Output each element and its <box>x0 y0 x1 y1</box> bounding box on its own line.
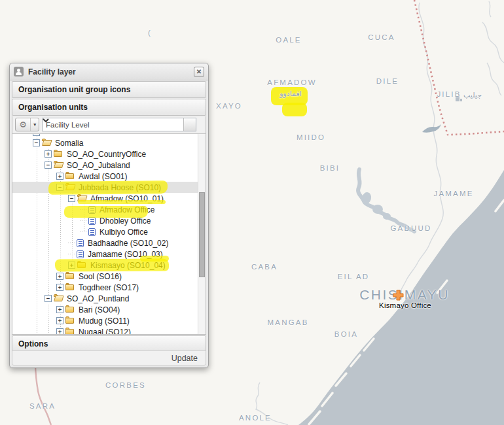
tree-item-label: Kismaayo (SO10_04) <box>90 261 166 270</box>
folder-closed-icon <box>65 305 75 314</box>
facility-level-combo-input[interactable] <box>43 118 183 131</box>
map-label-bibi: BIBI <box>320 164 340 172</box>
map-label-afmadow: AFMADOW <box>267 78 316 86</box>
chevron-down-icon <box>43 118 49 122</box>
expander-minus-icon[interactable] <box>45 295 52 302</box>
map-label-eil-ad: EIL AD <box>338 273 370 280</box>
folder-closed-icon <box>77 261 87 269</box>
tree-item-dhobley-office[interactable]: Dhobley Office <box>12 215 198 226</box>
window-title: Facility layer <box>28 67 76 76</box>
road <box>35 364 51 425</box>
expander-minus-icon[interactable] <box>33 139 40 146</box>
tree-guide-stub <box>68 237 75 248</box>
folder-open-icon <box>54 294 63 303</box>
map-label-sara: SARA <box>29 402 56 410</box>
map-label-jilib: JILIB <box>437 90 461 98</box>
admin-boundary <box>414 0 504 135</box>
window-titlebar[interactable]: Facility layer <box>10 63 208 80</box>
tree-item-jamaame[interactable]: Jamaame (SO10_03) <box>12 248 198 260</box>
facility-marker-label: Kismayo Office <box>379 301 431 309</box>
tree-options-split-button[interactable] <box>15 118 39 131</box>
wetland <box>358 169 414 231</box>
tree-guide-stub <box>80 215 87 226</box>
expander-minus-icon[interactable] <box>68 195 75 202</box>
tree-item-afmadow-district[interactable]: Afmadow (SO10_01) <box>12 193 198 204</box>
tree-item-label: SO_AO_CountryOffice <box>67 150 146 159</box>
tree-item-sool[interactable]: Sool (SO16) <box>12 271 198 282</box>
tree-item-awdal[interactable]: Awdal (SO01) <box>12 171 198 182</box>
folder-open-icon <box>54 161 63 169</box>
folder-closed-icon <box>65 283 75 292</box>
tree-item-label: Sool (SO16) <box>79 272 122 281</box>
close-icon[interactable] <box>194 67 204 77</box>
map-label-corbes: CORBES <box>105 381 146 389</box>
map-label-miido: MIIDO <box>297 133 325 141</box>
map-label-dile: DILE <box>376 77 399 85</box>
expander-plus-icon[interactable] <box>56 284 63 291</box>
tree-item-bari[interactable]: Bari (SO04) <box>12 304 198 315</box>
expander-plus-icon[interactable] <box>45 150 52 158</box>
map-label-jilib-arabic: جيليب <box>463 91 482 99</box>
expander-minus-icon[interactable] <box>45 162 52 169</box>
tree-item-afmadow-office[interactable]: Afmadow Office <box>12 204 198 215</box>
tree-item-country-office[interactable]: SO_AO_CountryOffice <box>12 148 198 160</box>
tree-item-label: Togdheer (SO17) <box>79 283 139 292</box>
facility-layer-icon <box>14 67 24 76</box>
facility-level-combobox[interactable] <box>42 118 196 131</box>
tree-item-label: Kulbiyo Office <box>99 228 148 237</box>
facility-leaf-icon <box>77 239 84 247</box>
folder-open-icon <box>42 139 52 147</box>
facility-marker-icon[interactable] <box>393 290 404 301</box>
tree-item-label: Bari (SO04) <box>79 305 120 314</box>
map-canvas[interactable]: ( OALE CUCA AFMADOW افمادوو DILE XAYO JI… <box>0 0 504 425</box>
combo-trigger-button[interactable] <box>183 118 196 131</box>
expander-plus-icon[interactable] <box>56 173 63 180</box>
expander-minus-icon[interactable] <box>56 184 63 191</box>
tree-item-label: Jamaame (SO10_03) <box>88 250 163 259</box>
tree-item-mudug[interactable]: Mudug (SO11) <box>12 315 198 326</box>
tree-item-label: Jubbada Hoose (SO10) <box>79 183 161 192</box>
tree-item-puntland[interactable]: SO_AO_Puntland <box>12 293 198 304</box>
tree-item-badhaadhe[interactable]: Badhaadhe (SO10_02) <box>12 237 198 248</box>
expander-plus-icon[interactable] <box>56 328 63 335</box>
org-unit-tree[interactable]: Somalia SO_AO_CountryOffice SO_AO_Jubala… <box>12 134 206 335</box>
folder-closed-icon <box>65 316 75 325</box>
folder-closed-icon <box>54 150 63 158</box>
scrollbar-thumb[interactable] <box>199 192 205 277</box>
tree-item-somalia[interactable]: Somalia <box>12 137 198 148</box>
tree-item-label: Mudug (SO11) <box>79 316 130 326</box>
expander-plus-icon[interactable] <box>56 317 63 324</box>
section-org-unit-group-icons[interactable]: Organisation unit group icons <box>12 81 206 98</box>
map-label-gaduud: GADUUD <box>390 224 431 232</box>
expander-plus-icon[interactable] <box>68 262 75 269</box>
update-button[interactable]: Update <box>171 354 198 363</box>
tree-item-jubbada-hoose[interactable]: Jubbada Hoose (SO10) <box>12 182 198 193</box>
tree-item-togdheer[interactable]: Togdheer (SO17) <box>12 282 198 293</box>
map-label-boia: BOIA <box>334 330 358 338</box>
folder-open-icon <box>65 183 75 192</box>
tree-item-kulbiyo-office[interactable]: Kulbiyo Office <box>12 226 198 237</box>
tree-item-kismaayo[interactable]: Kismaayo (SO10_04) <box>12 260 198 271</box>
section-organisation-units[interactable]: Organisation units <box>12 99 206 116</box>
facility-leaf-icon <box>88 228 96 236</box>
lake <box>422 124 441 133</box>
tree-item-jubaland[interactable]: SO_AO_Jubaland <box>12 160 198 171</box>
expander-plus-icon[interactable] <box>56 273 63 280</box>
section-label: Options <box>18 339 48 348</box>
map-label-cuca: CUCA <box>368 33 395 41</box>
tree-item-label: Afmadow (SO10_01) <box>90 194 164 203</box>
chevron-down-icon <box>30 118 39 131</box>
facility-leaf-icon <box>77 250 84 258</box>
expander-plus-icon[interactable] <box>56 306 63 313</box>
tree-guide-stub <box>68 248 75 260</box>
folder-closed-icon <box>65 272 75 280</box>
tree-item-nugaal[interactable]: Nugaal (SO12) <box>12 326 198 335</box>
tree-item-label: Dhobley Office <box>99 216 151 226</box>
map-label-afmadow-arabic: افمادوو <box>279 90 302 98</box>
facility-layer-window: Facility layer Organisation unit group i… <box>9 63 209 368</box>
folder-closed-icon <box>65 172 75 180</box>
map-label-chisimayu: CHISIMAYU <box>359 287 450 303</box>
folder-open-icon <box>77 194 87 203</box>
tree-item-label: Awdal (SO01) <box>79 172 127 181</box>
tree-scrollbar[interactable] <box>198 134 206 334</box>
